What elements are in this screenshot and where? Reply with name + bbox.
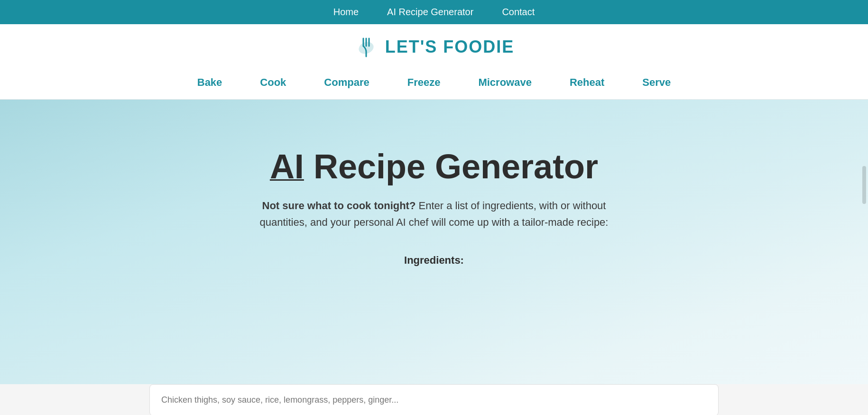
hero-section: AI Recipe Generator Not sure what to coo… <box>0 100 868 384</box>
category-navigation: Bake Cook Compare Freeze Microwave Rehea… <box>0 68 868 100</box>
nav-reheat[interactable]: Reheat <box>570 76 604 89</box>
nav-freeze[interactable]: Freeze <box>407 76 441 89</box>
nav-serve[interactable]: Serve <box>642 76 671 89</box>
input-area: |||° Serving Size: <box>0 384 868 415</box>
nav-cook[interactable]: Cook <box>260 76 286 89</box>
ingredients-input[interactable] <box>149 384 719 415</box>
site-header: LET'S FOODIE <box>0 24 868 68</box>
nav-microwave[interactable]: Microwave <box>478 76 532 89</box>
nav-bake[interactable]: Bake <box>197 76 222 89</box>
nav-home[interactable]: Home <box>333 7 359 18</box>
hero-title: AI Recipe Generator <box>270 147 598 186</box>
hero-subtitle-bold: Not sure what to cook tonight? <box>262 200 416 212</box>
hero-title-rest: Recipe Generator <box>304 148 598 185</box>
logo-icon <box>354 35 379 59</box>
svg-point-3 <box>357 40 375 55</box>
ingredients-label: Ingredients: <box>404 254 464 267</box>
scrollbar[interactable] <box>862 166 866 204</box>
nav-compare[interactable]: Compare <box>324 76 369 89</box>
hero-title-ai: AI <box>270 148 304 185</box>
hero-subtitle: Not sure what to cook tonight? Enter a l… <box>240 197 628 231</box>
nav-ai-recipe-generator[interactable]: AI Recipe Generator <box>387 7 473 18</box>
top-navigation: Home AI Recipe Generator Contact <box>0 0 868 24</box>
nav-contact[interactable]: Contact <box>502 7 535 18</box>
site-logo-text: LET'S FOODIE <box>385 37 515 57</box>
